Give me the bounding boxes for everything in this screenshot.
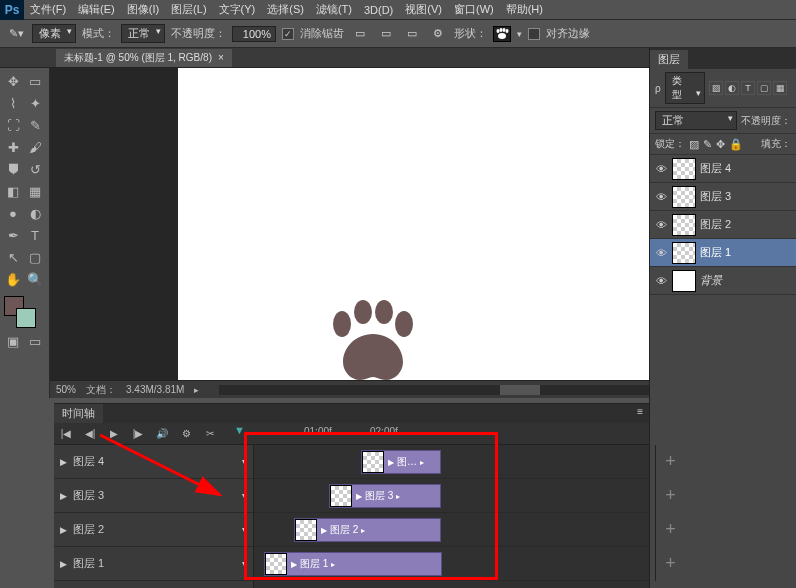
layer-blend-dropdown[interactable]: 正常 [655,111,737,130]
visibility-toggle[interactable]: 👁 [654,275,668,287]
timeline-options-icon[interactable]: ⚙ [174,428,198,439]
document-canvas[interactable] [178,68,668,380]
timeline-clip[interactable]: ▶图…▸ [361,450,441,474]
play-button[interactable]: ▶ [102,428,126,439]
track-menu-icon[interactable]: ▾ [242,524,247,535]
expand-track-icon[interactable]: ▶ [60,457,67,467]
align-center-icon[interactable]: ▭ [376,24,396,44]
dodge-tool[interactable]: ◐ [24,202,46,224]
layer-row-4[interactable]: 👁背景 [650,267,796,295]
track-header-1[interactable]: ▶图层 3▾ [54,479,253,513]
track-header-0[interactable]: ▶图层 4▾ [54,445,253,479]
menu-image[interactable]: 图像(I) [121,2,165,17]
add-clip-button[interactable]: + [655,445,685,479]
crop-tool[interactable]: ⛶ [2,114,24,136]
track-lane-3[interactable]: ▶图层 1▸+ [254,547,649,581]
gear-icon[interactable]: ⚙ [428,24,448,44]
gradient-tool[interactable]: ▦ [24,180,46,202]
lock-paint-icon[interactable]: ✎ [703,138,712,151]
brush-tool[interactable]: 🖌 [24,136,46,158]
visibility-toggle[interactable]: 👁 [654,163,668,175]
close-tab-icon[interactable]: × [218,52,224,63]
move-tool[interactable]: ✥ [2,70,24,92]
shape-tool[interactable]: ▢ [24,246,46,268]
track-lane-2[interactable]: ▶图层 2▸+ [254,513,649,547]
type-tool[interactable]: T [24,224,46,246]
lasso-tool[interactable]: ⌇ [2,92,24,114]
filter-shape-icon[interactable]: ▢ [757,81,771,95]
filter-image-icon[interactable]: ▨ [709,81,723,95]
current-tool-icon[interactable]: ✎▾ [6,24,26,44]
pen-tool[interactable]: ✒ [2,224,24,246]
visibility-toggle[interactable]: 👁 [654,191,668,203]
audio-toggle[interactable]: 🔊 [150,428,174,439]
eraser-tool[interactable]: ◧ [2,180,24,202]
hand-tool[interactable]: ✋ [2,268,24,290]
layer-thumbnail[interactable] [672,186,696,208]
time-ruler[interactable]: ▼ 01:00f 02:00f [222,423,649,445]
filter-adjust-icon[interactable]: ◐ [725,81,739,95]
track-header-2[interactable]: ▶图层 2▾ [54,513,253,547]
heal-tool[interactable]: ✚ [2,136,24,158]
menu-view[interactable]: 视图(V) [399,2,448,17]
history-brush-tool[interactable]: ↺ [24,158,46,180]
split-clip-button[interactable]: ✂ [198,428,222,439]
expand-track-icon[interactable]: ▶ [60,525,67,535]
opacity-field[interactable]: 100% [232,26,276,42]
filter-type-icon[interactable]: T [741,81,755,95]
align-edges-checkbox[interactable] [528,28,540,40]
track-lane-0[interactable]: ▶图…▸+ [254,445,649,479]
timeline-clip[interactable]: ▶图层 2▸ [294,518,441,542]
menu-select[interactable]: 选择(S) [261,2,310,17]
layer-thumbnail[interactable] [672,270,696,292]
menu-layer[interactable]: 图层(L) [165,2,212,17]
visibility-toggle[interactable]: 👁 [654,247,668,259]
shape-picker[interactable] [493,26,511,42]
menu-3d[interactable]: 3D(D) [358,4,399,16]
menu-edit[interactable]: 编辑(E) [72,2,121,17]
zoom-level[interactable]: 50% [56,384,76,395]
menu-filter[interactable]: 滤镜(T) [310,2,358,17]
menu-type[interactable]: 文字(Y) [213,2,262,17]
add-clip-button[interactable]: + [655,547,685,581]
goto-start-button[interactable]: |◀ [54,428,78,439]
blur-tool[interactable]: ● [2,202,24,224]
timeline-clip[interactable]: ▶图层 3▸ [329,484,441,508]
visibility-toggle[interactable]: 👁 [654,219,668,231]
next-frame-button[interactable]: |▶ [126,428,150,439]
expand-track-icon[interactable]: ▶ [60,559,67,569]
document-tab[interactable]: 未标题-1 @ 50% (图层 1, RGB/8) × [56,49,232,67]
menu-help[interactable]: 帮助(H) [500,2,549,17]
eyedropper-tool[interactable]: ✎ [24,114,46,136]
wand-tool[interactable]: ✦ [24,92,46,114]
background-swatch[interactable] [16,308,36,328]
layer-row-1[interactable]: 👁图层 3 [650,183,796,211]
align-left-icon[interactable]: ▭ [350,24,370,44]
layer-filter-dropdown[interactable]: 类型 [665,72,705,104]
timeline-clip[interactable]: ▶图层 1▸ [264,552,442,576]
quickmask-toggle[interactable]: ▣ [2,330,24,352]
expand-track-icon[interactable]: ▶ [60,491,67,501]
lock-all-icon[interactable]: 🔒 [729,138,743,151]
playhead-icon[interactable]: ▼ [234,424,245,436]
panel-menu-icon[interactable]: ≡ [631,404,649,423]
align-right-icon[interactable]: ▭ [402,24,422,44]
layer-thumbnail[interactable] [672,214,696,236]
marquee-tool[interactable]: ▭ [24,70,46,92]
antialias-checkbox[interactable]: ✓ [282,28,294,40]
stamp-tool[interactable]: ⛊ [2,158,24,180]
zoom-tool[interactable]: 🔍 [24,268,46,290]
color-swatches[interactable] [2,294,47,330]
add-clip-button[interactable]: + [655,513,685,547]
blend-mode-dropdown[interactable]: 正常 [121,24,165,43]
path-tool[interactable]: ↖ [2,246,24,268]
layers-tab[interactable]: 图层 [650,50,688,69]
menu-window[interactable]: 窗口(W) [448,2,500,17]
add-clip-button[interactable]: + [655,479,685,513]
track-header-3[interactable]: ▶图层 1▾ [54,547,253,581]
layer-thumbnail[interactable] [672,242,696,264]
layer-row-0[interactable]: 👁图层 4 [650,155,796,183]
lock-move-icon[interactable]: ✥ [716,138,725,151]
track-menu-icon[interactable]: ▾ [242,490,247,501]
screenmode-toggle[interactable]: ▭ [24,330,46,352]
